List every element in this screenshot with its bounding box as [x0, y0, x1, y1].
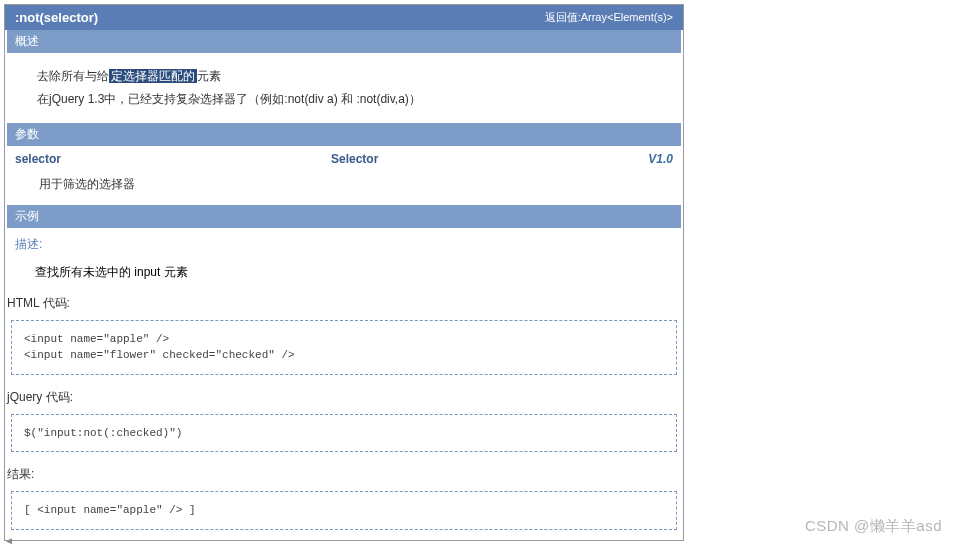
param-row: selector Selector V1.0: [7, 148, 681, 170]
param-version: V1.0: [648, 152, 673, 166]
jquery-label: jQuery 代码:: [5, 385, 683, 410]
result-label: 结果:: [5, 462, 683, 487]
section-params-header: 参数: [7, 123, 681, 146]
overview-line2: 在jQuery 1.3中，已经支持复杂选择器了（例如:not(div a) 和 …: [13, 90, 675, 109]
result-code-box: [ <input name="apple" /> ]: [11, 491, 677, 530]
overview-highlight[interactable]: 定选择器匹配的: [109, 69, 197, 83]
scroll-left-arrow[interactable]: ◄: [4, 535, 14, 546]
doc-container: :not(selector) 返回值:Array<Element(s)> 概述 …: [4, 4, 684, 541]
overview-suffix: 元素: [197, 69, 221, 83]
param-type: Selector: [331, 152, 378, 166]
page-title: :not(selector): [15, 10, 98, 25]
html-code-box: <input name="apple" /> <input name="flow…: [11, 320, 677, 375]
example-subheader: 描述:: [7, 230, 681, 259]
section-example-header: 示例: [7, 205, 681, 228]
overview-line1: 去除所有与给定选择器匹配的元素: [13, 67, 675, 86]
example-desc: 查找所有未选中的 input 元素: [5, 263, 683, 286]
return-value: 返回值:Array<Element(s)>: [545, 10, 673, 25]
jquery-code-box: $("input:not(:checked)"): [11, 414, 677, 453]
section-overview-header: 概述: [7, 30, 681, 53]
param-name: selector: [15, 152, 61, 166]
overview-prefix: 去除所有与给: [37, 69, 109, 83]
watermark: CSDN @懒羊羊asd: [805, 517, 942, 536]
page-header: :not(selector) 返回值:Array<Element(s)>: [5, 5, 683, 30]
html-label: HTML 代码:: [5, 291, 683, 316]
section-overview-body: 去除所有与给定选择器匹配的元素 在jQuery 1.3中，已经支持复杂选择器了（…: [7, 55, 681, 121]
param-desc: 用于筛选的选择器: [7, 172, 681, 205]
